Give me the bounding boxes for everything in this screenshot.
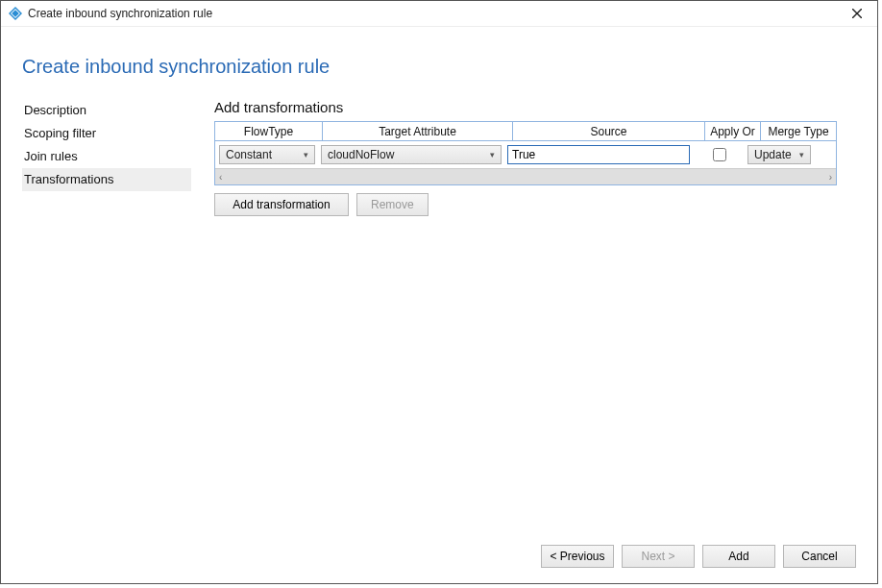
cancel-button[interactable]: Cancel	[783, 545, 856, 568]
apply-once-checkbox[interactable]	[713, 148, 726, 161]
section-heading: Add transformations	[214, 99, 856, 115]
previous-button[interactable]: < Previous	[541, 545, 614, 568]
button-label: Cancel	[801, 550, 837, 563]
col-header-target: Target Attribute	[323, 122, 513, 141]
sidebar-item-scoping-filter[interactable]: Scoping filter	[22, 122, 191, 145]
col-header-applyonce: Apply Or	[705, 122, 761, 141]
close-icon	[852, 9, 862, 18]
wizard-footer: < Previous Next > Add Cancel	[541, 545, 856, 568]
sidebar-item-label: Join rules	[24, 149, 78, 163]
scroll-right-icon[interactable]: ›	[829, 172, 832, 183]
button-label: Add	[728, 550, 748, 563]
app-icon	[9, 7, 22, 20]
add-transformation-button[interactable]: Add transformation	[214, 193, 349, 216]
merge-type-select[interactable]: Update ▾	[747, 145, 811, 164]
remove-button[interactable]: Remove	[356, 193, 429, 216]
dialog-body: Create inbound synchronization rule Desc…	[1, 27, 877, 583]
flowtype-select[interactable]: Constant ▾	[219, 145, 315, 164]
close-button[interactable]	[845, 4, 870, 23]
apply-once-cell	[696, 145, 742, 164]
sidebar-item-transformations[interactable]: Transformations	[22, 168, 191, 191]
button-label: < Previous	[550, 550, 604, 563]
button-label: Add transformation	[233, 198, 330, 211]
window-title: Create inbound synchronization rule	[28, 7, 212, 20]
button-label: Next >	[641, 550, 674, 563]
table-header-row: FlowType Target Attribute Source Apply O…	[215, 122, 836, 141]
titlebar: Create inbound synchronization rule	[1, 1, 877, 27]
sidebar-item-join-rules[interactable]: Join rules	[22, 145, 191, 168]
chevron-down-icon: ▾	[485, 150, 499, 159]
main-panel: Add transformations FlowType Target Attr…	[191, 99, 856, 216]
target-attribute-select[interactable]: cloudNoFlow ▾	[321, 145, 502, 164]
source-input[interactable]	[507, 145, 690, 164]
wizard-steps-sidebar: Description Scoping filter Join rules Tr…	[22, 99, 191, 191]
scroll-left-icon[interactable]: ‹	[219, 172, 222, 183]
button-label: Remove	[371, 198, 414, 211]
content-row: Description Scoping filter Join rules Tr…	[22, 99, 856, 216]
add-button[interactable]: Add	[702, 545, 775, 568]
col-header-merge: Merge Type	[761, 122, 836, 141]
flowtype-select-value: Constant	[226, 148, 299, 161]
chevron-down-icon: ▾	[795, 150, 808, 159]
dialog-window: Create inbound synchronization rule Crea…	[0, 0, 878, 584]
merge-type-value: Update	[754, 148, 795, 161]
table-actions: Add transformation Remove	[214, 193, 856, 216]
sidebar-item-description[interactable]: Description	[22, 99, 191, 122]
sidebar-item-label: Scoping filter	[24, 126, 96, 140]
col-header-source: Source	[513, 122, 705, 141]
sidebar-item-label: Transformations	[24, 172, 113, 186]
transformations-table: FlowType Target Attribute Source Apply O…	[214, 121, 837, 185]
sidebar-item-label: Description	[24, 103, 86, 117]
col-header-flowtype: FlowType	[215, 122, 323, 141]
horizontal-scrollbar[interactable]: ‹ ›	[215, 168, 836, 184]
table-row: Constant ▾ cloudNoFlow ▾ Update	[215, 141, 836, 168]
chevron-down-icon: ▾	[299, 150, 312, 159]
next-button[interactable]: Next >	[622, 545, 695, 568]
target-attribute-value: cloudNoFlow	[328, 148, 485, 161]
page-title: Create inbound synchronization rule	[22, 56, 856, 78]
